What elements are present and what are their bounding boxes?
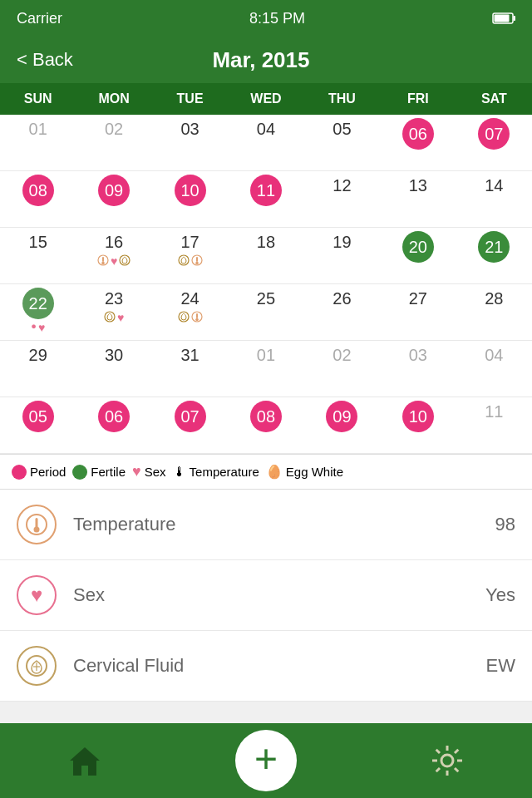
date-number: 23 <box>105 288 123 309</box>
home-icon <box>66 742 103 779</box>
cervical-icon <box>17 646 57 686</box>
calendar-cell[interactable]: 09 <box>76 171 151 228</box>
sex-heart-icon: ♥ <box>132 463 141 480</box>
calendar-cell[interactable]: 08 <box>228 397 303 454</box>
add-circle[interactable]: + <box>235 730 297 791</box>
calendar-cell[interactable]: 23♥ <box>76 284 151 341</box>
calendar-cell[interactable]: 24 <box>152 284 228 341</box>
calendar-cell[interactable]: 26 <box>304 284 380 341</box>
calendar-cell[interactable]: 02 <box>304 341 380 397</box>
back-button[interactable]: < Back <box>17 49 73 71</box>
svg-point-18 <box>34 527 40 533</box>
calendar-cell[interactable]: 21 <box>456 228 532 284</box>
temp-legend-icon: 🌡 <box>173 465 186 480</box>
date-number: 12 <box>332 175 351 196</box>
calendar-cell[interactable]: 22●♥ <box>0 284 76 341</box>
date-number: 28 <box>485 288 503 309</box>
calendar-cell[interactable]: 15 <box>0 228 76 284</box>
period-date: 10 <box>175 175 206 206</box>
calendar-cell[interactable]: 31 <box>152 341 228 397</box>
period-date: 11 <box>250 175 282 206</box>
svg-point-10 <box>195 262 199 265</box>
calendar-cell[interactable]: 08 <box>0 171 76 228</box>
heart-cell-icon: ♥ <box>117 311 124 324</box>
svg-rect-17 <box>36 518 38 528</box>
period-date: 07 <box>175 401 206 432</box>
calendar-cell[interactable]: 04 <box>456 341 532 397</box>
calendar-cell[interactable]: 28 <box>456 284 532 341</box>
calendar-cell[interactable]: 30 <box>76 341 151 397</box>
calendar-cell[interactable]: 01 <box>228 341 303 397</box>
period-cell-icon: ● <box>31 321 37 334</box>
sex-row[interactable]: ♥ Sex Yes <box>0 560 532 631</box>
calendar-cell[interactable]: 11 <box>228 171 303 228</box>
calendar-cell[interactable]: 20 <box>380 228 456 284</box>
calendar-cell[interactable]: 09 <box>304 397 380 454</box>
home-button[interactable] <box>66 742 103 779</box>
svg-line-30 <box>455 750 458 753</box>
period-date: 08 <box>250 401 282 432</box>
date-number: 18 <box>257 231 275 253</box>
calendar-cell[interactable]: 13 <box>380 171 456 228</box>
plus-icon: + <box>254 739 278 779</box>
status-icons <box>492 12 515 24</box>
status-bar: Carrier 8:15 PM <box>0 0 532 37</box>
egg-cell-icon <box>119 254 131 266</box>
calendar-cell[interactable]: 11 <box>456 397 532 454</box>
calendar-cell[interactable]: 01 <box>0 115 76 171</box>
svg-line-31 <box>436 768 440 771</box>
calendar-cell[interactable]: 05 <box>0 397 76 454</box>
date-number: 19 <box>332 231 351 253</box>
calendar-cell[interactable]: 19 <box>304 228 380 284</box>
date-number: 01 <box>29 118 47 140</box>
egg-cell-icon <box>178 311 190 323</box>
sex-value: Yes <box>485 584 515 606</box>
add-button[interactable]: + <box>235 730 297 791</box>
settings-button[interactable] <box>429 742 466 779</box>
calendar-cell[interactable]: 04 <box>228 115 303 171</box>
period-date: 09 <box>326 401 357 432</box>
calendar-cell[interactable]: 03 <box>152 115 228 171</box>
cell-icons: ♥ <box>104 311 124 324</box>
calendar-cell[interactable]: 18 <box>228 228 303 284</box>
day-fri: FRI <box>380 88 456 110</box>
temperature-row[interactable]: Temperature 98 <box>0 490 532 560</box>
calendar-cell[interactable]: 06 <box>380 115 456 171</box>
calendar-cell[interactable]: 02 <box>76 115 151 171</box>
gear-icon <box>429 742 466 779</box>
temp-cell-icon <box>97 254 109 266</box>
date-number: 29 <box>29 344 47 366</box>
calendar-cell[interactable]: 14 <box>456 171 532 228</box>
calendar-cell[interactable]: 25 <box>228 284 303 341</box>
calendar-cell[interactable]: 12 <box>304 171 380 228</box>
calendar-cell[interactable]: 03 <box>380 341 456 397</box>
day-tue: TUE <box>152 88 228 110</box>
calendar-cell[interactable]: 27 <box>380 284 456 341</box>
cell-icons: ♥ <box>97 254 131 268</box>
calendar-cell[interactable]: 07 <box>456 115 532 171</box>
calendar-cell[interactable]: 05 <box>304 115 380 171</box>
date-number: 17 <box>180 231 199 253</box>
svg-line-28 <box>436 750 440 753</box>
calendar-cell[interactable]: 10 <box>380 397 456 454</box>
day-sat: SAT <box>456 88 532 110</box>
battery-icon <box>492 12 515 24</box>
calendar-cell[interactable]: 16♥ <box>76 228 151 284</box>
cervical-row[interactable]: Cervical Fluid EW <box>0 631 532 702</box>
svg-rect-1 <box>514 16 516 21</box>
date-number: 04 <box>485 344 503 366</box>
calendar-cell[interactable]: 06 <box>76 397 151 454</box>
svg-rect-2 <box>495 15 510 22</box>
calendar-cell[interactable]: 10 <box>152 171 228 228</box>
calendar-cell[interactable]: 07 <box>152 397 228 454</box>
date-number: 25 <box>257 288 275 309</box>
sex-label: Sex <box>145 465 166 479</box>
calendar-cell[interactable]: 17 <box>152 228 228 284</box>
date-number: 02 <box>105 118 123 140</box>
date-number: 03 <box>409 344 427 366</box>
temp-cell-icon <box>191 311 203 323</box>
legend-sex: ♥ Sex <box>132 463 166 480</box>
calendar-cell[interactable]: 29 <box>0 341 76 397</box>
svg-point-5 <box>101 262 105 265</box>
date-number: 13 <box>409 175 427 196</box>
